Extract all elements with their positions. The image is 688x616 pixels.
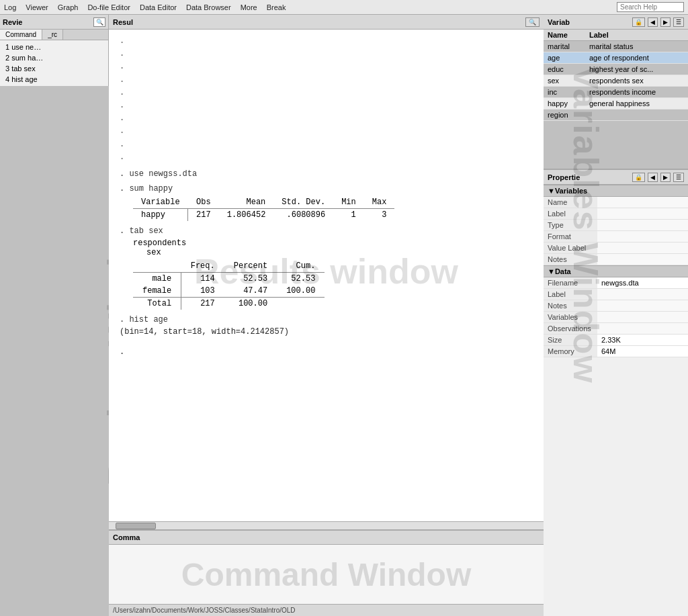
prop-row: Label — [544, 208, 688, 220]
prop-section-data[interactable]: ▼Data — [544, 265, 688, 277]
prop-row: Notes — [544, 300, 688, 312]
menu-dataeditor[interactable]: Data Editor — [140, 3, 177, 11]
prop-row: Variables — [544, 312, 688, 323]
table-row-total: Total 217 100.00 — [133, 297, 325, 310]
menu-databrowser[interactable]: Data Browser — [186, 3, 231, 11]
list-item[interactable]: 1 use ne… — [0, 42, 108, 52]
stat-table: Variable Obs Mean Std. Dev. Min Max happ… — [133, 196, 394, 221]
table-row[interactable]: maritalmarital status — [544, 41, 688, 52]
menu-dofile[interactable]: Do-file Editor — [87, 3, 130, 11]
command-header: Comma — [109, 530, 544, 545]
menu-more[interactable]: More — [241, 3, 257, 11]
results-scrollbar[interactable] — [109, 521, 544, 529]
prop-row: Notes — [544, 254, 688, 265]
results-cmd-use: . use newgss.dta — [120, 169, 533, 179]
prop-row: Observations — [544, 323, 688, 335]
command-title: Comma — [113, 533, 140, 541]
results-title: Resul — [113, 18, 133, 26]
variables-lock-button[interactable]: 🔒 — [632, 17, 645, 27]
list-item[interactable]: 3 tab sex — [0, 63, 108, 74]
properties-header: Propertie 🔒 ◀ ▶ ☰ — [544, 170, 688, 185]
review-list: 1 use ne… 2 sum ha… 3 tab sex 4 hist age — [0, 40, 108, 86]
tab-command[interactable]: Command — [0, 30, 42, 40]
prop-row: Filenamenewgss.dta — [544, 277, 688, 289]
top-menu-bar: Log Viewer Graph Do-file Editor Data Edi… — [0, 0, 688, 15]
var-table: Name Label maritalmarital statusageage o… — [544, 30, 688, 121]
menu-log[interactable]: Log — [4, 3, 16, 11]
search-input[interactable] — [617, 2, 684, 12]
prop-row: Type — [544, 220, 688, 231]
review-watermark: Review Window — [100, 205, 109, 486]
review-panel-header: Revie 🔍 — [0, 15, 108, 30]
prop-row: Name — [544, 197, 688, 208]
status-path: /Users/izahn/Documents/Work/JOSS/Classes… — [113, 607, 296, 614]
freq-table: Freq. Percent Cum. male 114 52.53 52.53 — [133, 260, 325, 310]
props-nav-left[interactable]: ◀ — [648, 173, 658, 182]
review-title: Revie — [3, 18, 22, 26]
properties-title: Propertie — [548, 173, 580, 181]
variables-nav-right[interactable]: ▶ — [660, 17, 671, 27]
variables-nav-left[interactable]: ◀ — [648, 17, 658, 27]
prop-row: Size2.33K — [544, 335, 688, 346]
results-cmd-hist: . hist age — [120, 315, 533, 324]
prop-row: Format — [544, 231, 688, 243]
command-watermark: Command Window — [181, 556, 472, 593]
prop-row: Value Label — [544, 243, 688, 254]
prop-row: Label — [544, 289, 688, 300]
props-lock-button[interactable]: 🔒 — [632, 173, 645, 182]
variables-title: Variab — [548, 18, 570, 26]
results-final-dot: . — [120, 347, 533, 357]
review-tabs: Command _rc — [0, 30, 108, 40]
table-row: female 103 47.47 100.00 — [133, 285, 325, 298]
table-row[interactable]: increspondents income — [544, 87, 688, 98]
prop-row: Memory64M — [544, 346, 688, 357]
status-bar: /Users/izahn/Documents/Work/JOSS/Classes… — [109, 604, 544, 616]
results-dots: . . . . . . . . . . — [120, 35, 533, 164]
table-row[interactable]: sexrespondents sex — [544, 75, 688, 87]
list-item[interactable]: 4 hist age — [0, 74, 108, 85]
menu-break[interactable]: Break — [267, 3, 286, 11]
properties-panel: Propertie 🔒 ◀ ▶ ☰ ▼Variables NameLabelTy… — [544, 169, 688, 616]
results-hist-note: (bin=14, start=18, width=4.2142857) — [120, 327, 533, 337]
freq-intro: respondents sex — [133, 238, 533, 257]
prop-section-variables[interactable]: ▼Variables — [544, 185, 688, 197]
review-search-button[interactable]: 🔍 — [93, 17, 105, 27]
table-row: male 114 52.53 52.53 — [133, 272, 325, 285]
col-label: Label — [585, 30, 688, 41]
table-row[interactable]: happygeneral happiness — [544, 98, 688, 109]
table-row[interactable]: region — [544, 109, 688, 121]
props-nav-right[interactable]: ▶ — [660, 173, 671, 182]
results-cmd-tab: . tab sex — [120, 226, 533, 236]
command-content[interactable]: Command Window — [109, 545, 544, 604]
variables-table: Name Label maritalmarital statusageage o… — [544, 30, 688, 169]
col-name: Name — [544, 30, 585, 41]
props-menu-button[interactable]: ☰ — [673, 173, 684, 182]
menu-viewer[interactable]: Viewer — [26, 3, 48, 11]
menu-graph[interactable]: Graph — [58, 3, 79, 11]
results-content[interactable]: Results window . . . . . . . . . . . use… — [109, 30, 544, 521]
table-row: happy 217 1.806452 .6080896 1 3 — [133, 208, 394, 221]
variables-header: Variab 🔒 ◀ ▶ ☰ — [544, 15, 688, 30]
table-row[interactable]: ageage of respondent — [544, 52, 688, 64]
list-item[interactable]: 2 sum ha… — [0, 52, 108, 63]
results-header: Resul 🔍 — [109, 15, 544, 30]
scrollbar-thumb[interactable] — [116, 523, 156, 529]
table-row[interactable]: educhighest year of sc... — [544, 64, 688, 75]
results-search-button[interactable]: 🔍 — [525, 17, 540, 27]
tab-rc[interactable]: _rc — [42, 30, 63, 40]
results-cmd-sum: . sum happy — [120, 184, 533, 193]
variables-menu-button[interactable]: ☰ — [673, 17, 684, 27]
